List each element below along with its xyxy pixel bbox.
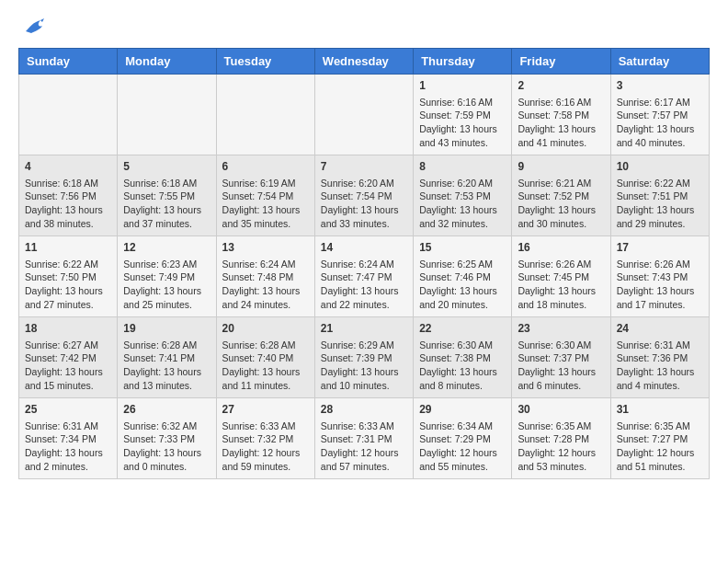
calendar-cell: 16Sunrise: 6:26 AMSunset: 7:45 PMDayligh… xyxy=(512,236,610,317)
logo xyxy=(18,18,44,39)
cell-text: and 33 minutes. xyxy=(321,217,407,231)
calendar-cell: 11Sunrise: 6:22 AMSunset: 7:50 PMDayligh… xyxy=(19,236,118,317)
cell-text: Sunrise: 6:21 AM xyxy=(518,177,604,190)
cell-text: Sunset: 7:47 PM xyxy=(321,270,407,284)
day-number: 10 xyxy=(617,159,703,175)
cell-text: Sunset: 7:41 PM xyxy=(123,351,210,365)
cell-text: Sunrise: 6:24 AM xyxy=(321,258,407,271)
calendar-cell: 1Sunrise: 6:16 AMSunset: 7:59 PMDaylight… xyxy=(414,75,512,155)
day-number: 30 xyxy=(518,402,604,418)
cell-text: and 17 minutes. xyxy=(617,298,703,312)
header-day-wednesday: Wednesday xyxy=(314,49,413,75)
cell-text: Sunrise: 6:18 AM xyxy=(123,177,210,190)
header-day-saturday: Saturday xyxy=(610,49,709,75)
cell-text: Daylight: 12 hours xyxy=(518,446,604,460)
day-number: 27 xyxy=(222,402,309,418)
calendar-cell: 24Sunrise: 6:31 AMSunset: 7:36 PMDayligh… xyxy=(610,317,709,398)
header-day-thursday: Thursday xyxy=(414,49,512,75)
cell-text: Sunrise: 6:31 AM xyxy=(25,419,111,433)
cell-text: Sunrise: 6:17 AM xyxy=(617,96,703,109)
header-row: SundayMondayTuesdayWednesdayThursdayFrid… xyxy=(19,49,710,75)
calendar-cell xyxy=(314,75,413,155)
day-number: 7 xyxy=(321,159,407,175)
cell-text: Sunset: 7:32 PM xyxy=(222,432,309,446)
calendar-cell: 31Sunrise: 6:35 AMSunset: 7:27 PMDayligh… xyxy=(610,398,709,479)
day-number: 29 xyxy=(419,402,506,418)
cell-text: Daylight: 13 hours xyxy=(518,365,604,379)
day-number: 14 xyxy=(321,240,407,256)
cell-text: Sunrise: 6:34 AM xyxy=(419,419,506,433)
cell-text: Sunrise: 6:31 AM xyxy=(617,339,703,352)
cell-text: and 51 minutes. xyxy=(617,460,703,474)
header-day-tuesday: Tuesday xyxy=(216,49,314,75)
calendar-cell: 23Sunrise: 6:30 AMSunset: 7:37 PMDayligh… xyxy=(512,317,610,398)
cell-text: Daylight: 13 hours xyxy=(617,122,703,136)
cell-text: and 37 minutes. xyxy=(123,217,210,231)
cell-text: Sunrise: 6:20 AM xyxy=(321,177,407,190)
cell-text: Sunrise: 6:19 AM xyxy=(222,177,309,190)
day-number: 15 xyxy=(419,240,506,256)
calendar-cell: 9Sunrise: 6:21 AMSunset: 7:52 PMDaylight… xyxy=(512,155,610,236)
cell-text: Sunset: 7:53 PM xyxy=(419,190,506,203)
cell-text: Daylight: 12 hours xyxy=(321,446,407,460)
calendar-cell: 5Sunrise: 6:18 AMSunset: 7:55 PMDaylight… xyxy=(118,155,216,236)
day-number: 18 xyxy=(25,321,111,337)
cell-text: Sunrise: 6:29 AM xyxy=(321,339,407,352)
day-number: 16 xyxy=(518,240,604,256)
day-number: 3 xyxy=(617,78,703,94)
cell-text: Daylight: 13 hours xyxy=(518,284,604,298)
cell-text: and 18 minutes. xyxy=(518,298,604,312)
calendar-cell: 22Sunrise: 6:30 AMSunset: 7:38 PMDayligh… xyxy=(414,317,512,398)
calendar-cell: 21Sunrise: 6:29 AMSunset: 7:39 PMDayligh… xyxy=(314,317,413,398)
day-number: 12 xyxy=(123,240,210,256)
cell-text: Sunset: 7:54 PM xyxy=(222,190,309,203)
cell-text: and 29 minutes. xyxy=(617,217,703,231)
cell-text: Daylight: 13 hours xyxy=(419,365,506,379)
calendar-cell: 26Sunrise: 6:32 AMSunset: 7:33 PMDayligh… xyxy=(118,398,216,479)
calendar-cell xyxy=(19,75,118,155)
cell-text: Sunrise: 6:33 AM xyxy=(222,419,309,433)
cell-text: Sunset: 7:42 PM xyxy=(25,351,111,365)
cell-text: and 11 minutes. xyxy=(222,379,309,393)
cell-text: Daylight: 12 hours xyxy=(222,446,309,460)
cell-text: Daylight: 13 hours xyxy=(518,203,604,217)
calendar-week-2: 4Sunrise: 6:18 AMSunset: 7:56 PMDaylight… xyxy=(19,155,710,236)
cell-text: and 41 minutes. xyxy=(518,136,604,150)
cell-text: Sunrise: 6:20 AM xyxy=(419,177,506,190)
calendar-week-3: 11Sunrise: 6:22 AMSunset: 7:50 PMDayligh… xyxy=(19,236,710,317)
calendar-cell xyxy=(216,75,314,155)
cell-text: Sunrise: 6:16 AM xyxy=(518,96,604,109)
cell-text: and 4 minutes. xyxy=(617,379,703,393)
cell-text: Sunset: 7:58 PM xyxy=(518,109,604,122)
cell-text: Daylight: 13 hours xyxy=(617,284,703,298)
day-number: 21 xyxy=(321,321,407,337)
day-number: 25 xyxy=(25,402,111,418)
cell-text: and 2 minutes. xyxy=(25,460,111,474)
day-number: 4 xyxy=(25,159,111,175)
cell-text: and 38 minutes. xyxy=(25,217,111,231)
cell-text: Sunrise: 6:35 AM xyxy=(518,419,604,433)
cell-text: Sunset: 7:57 PM xyxy=(617,109,703,122)
cell-text: Daylight: 13 hours xyxy=(25,446,111,460)
cell-text: Sunrise: 6:16 AM xyxy=(419,96,506,109)
cell-text: Sunset: 7:27 PM xyxy=(617,432,703,446)
cell-text: Sunrise: 6:26 AM xyxy=(518,258,604,271)
cell-text: and 57 minutes. xyxy=(321,460,407,474)
cell-text: Sunrise: 6:33 AM xyxy=(321,419,407,433)
cell-text: Sunset: 7:38 PM xyxy=(419,351,506,365)
cell-text: Daylight: 13 hours xyxy=(222,203,309,217)
calendar-cell: 7Sunrise: 6:20 AMSunset: 7:54 PMDaylight… xyxy=(314,155,413,236)
cell-text: and 32 minutes. xyxy=(419,217,506,231)
cell-text: Sunset: 7:28 PM xyxy=(518,432,604,446)
cell-text: Daylight: 13 hours xyxy=(419,203,506,217)
cell-text: and 24 minutes. xyxy=(222,298,309,312)
cell-text: Sunrise: 6:22 AM xyxy=(617,177,703,190)
cell-text: Daylight: 13 hours xyxy=(419,284,506,298)
day-number: 31 xyxy=(617,402,703,418)
day-number: 26 xyxy=(123,402,210,418)
cell-text: and 22 minutes. xyxy=(321,298,407,312)
cell-text: Sunset: 7:36 PM xyxy=(617,351,703,365)
calendar-cell: 13Sunrise: 6:24 AMSunset: 7:48 PMDayligh… xyxy=(216,236,314,317)
cell-text: Daylight: 13 hours xyxy=(617,203,703,217)
cell-text: and 40 minutes. xyxy=(617,136,703,150)
